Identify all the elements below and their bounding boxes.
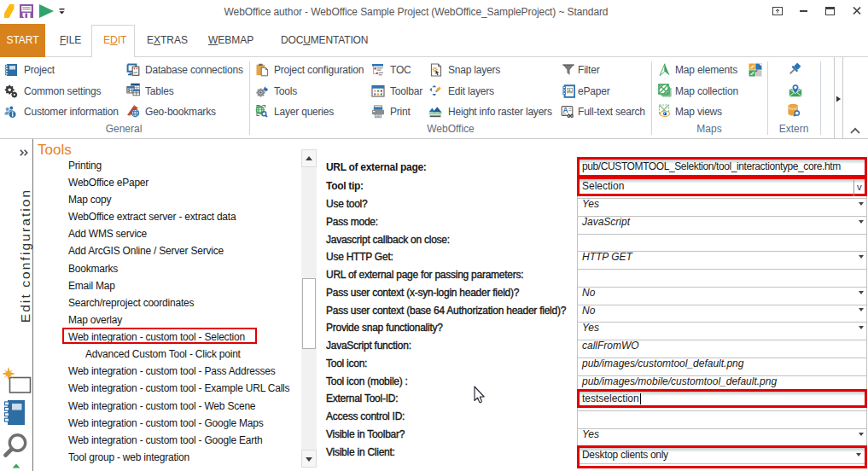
svg-text:A: A [563, 106, 568, 114]
